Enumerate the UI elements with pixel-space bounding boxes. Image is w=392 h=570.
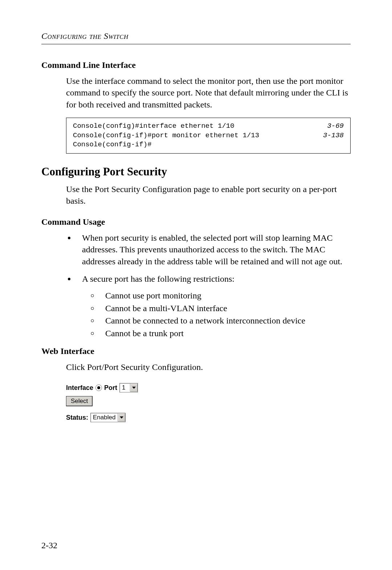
port-radio[interactable] (95, 384, 102, 391)
radio-dot-icon (97, 386, 100, 389)
paragraph-web-interface: Click Port/Port Security Configuration. (66, 361, 351, 373)
restriction-1: Cannot use port monitoring (99, 290, 351, 301)
status-dropdown-value: Enabled (91, 414, 118, 421)
svg-marker-1 (120, 416, 123, 419)
usage-bullet-1: When port security is enabled, the selec… (75, 232, 351, 267)
interface-label: Interface (66, 384, 93, 392)
cli-line-2: Console(config-if)#port monitor ethernet… (73, 131, 259, 141)
heading-cli: Command Line Interface (41, 60, 351, 70)
cli-ref-1: 3-69 (327, 122, 344, 131)
page-number: 2-32 (41, 541, 57, 550)
port-dropdown[interactable]: 1 (119, 383, 138, 392)
cli-line-1: Console(config)#interface ethernet 1/10 (73, 122, 234, 131)
restriction-4: Cannot be a trunk port (99, 327, 351, 339)
usage-bullet-2-text: A secure port has the following restrict… (82, 274, 234, 284)
heading-web-interface: Web Interface (41, 346, 351, 356)
usage-bullet-2: A secure port has the following restrict… (75, 273, 351, 339)
port-label: Port (104, 384, 117, 392)
status-label: Status: (66, 414, 88, 422)
status-dropdown[interactable]: Enabled (90, 413, 126, 422)
svg-marker-0 (132, 387, 136, 389)
cli-line-3: Console(config-if)# (73, 140, 152, 150)
header-rule (41, 44, 351, 44)
port-dropdown-value: 1 (120, 384, 130, 391)
heading-command-usage: Command Usage (41, 217, 351, 227)
paragraph-cli-intro: Use the interface command to select the … (66, 75, 351, 110)
chevron-down-icon[interactable] (130, 384, 138, 392)
paragraph-port-security-intro: Use the Port Security Configuration page… (66, 183, 351, 207)
cli-code-box: Console(config)#interface ethernet 1/103… (66, 118, 351, 154)
select-button[interactable]: Select (66, 396, 93, 406)
chevron-down-icon[interactable] (118, 414, 125, 422)
web-ui-screenshot: Interface Port 1 Select Status: Enabled (66, 383, 351, 422)
restriction-3: Cannot be connected to a network interco… (99, 315, 351, 326)
cli-ref-2: 3-138 (323, 131, 344, 141)
restriction-2: Cannot be a multi-VLAN interface (99, 302, 351, 314)
running-head: Configuring the Switch (41, 31, 351, 41)
heading-port-security: Configuring Port Security (41, 165, 351, 178)
